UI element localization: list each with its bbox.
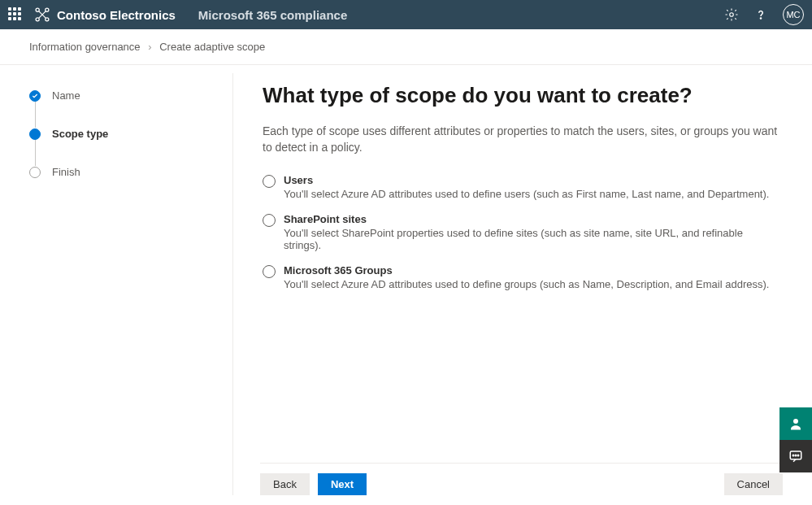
option-title: Microsoft 365 Groups	[284, 264, 769, 276]
option-title: SharePoint sites	[284, 213, 779, 225]
gear-icon[interactable]	[724, 7, 739, 22]
svg-point-1	[46, 8, 49, 11]
pending-step-dot-icon	[29, 167, 41, 178]
svg-point-6	[793, 419, 798, 424]
svg-point-10	[797, 455, 799, 456]
cancel-button[interactable]: Cancel	[724, 473, 783, 495]
person-icon	[788, 416, 803, 431]
svg-point-2	[36, 18, 39, 21]
step-label: Scope type	[52, 128, 108, 140]
option-sharepoint-sites[interactable]: SharePoint sites You'll select SharePoin…	[263, 213, 779, 251]
option-description: You'll select Azure AD attributes used t…	[284, 188, 769, 200]
svg-point-8	[792, 455, 794, 456]
page-description: Each type of scope uses different attrib…	[263, 123, 779, 156]
svg-point-0	[36, 8, 39, 11]
svg-point-9	[795, 455, 797, 456]
radio-icon	[263, 265, 276, 278]
wizard-footer: Back Next Cancel	[260, 463, 783, 495]
feedback-button[interactable]	[779, 407, 812, 440]
check-icon	[29, 90, 41, 102]
radio-icon	[263, 214, 276, 227]
step-label: Finish	[52, 166, 80, 178]
main-content: What type of scope do you want to create…	[233, 65, 812, 503]
avatar[interactable]: MC	[783, 4, 804, 25]
breadcrumb-current: Create adaptive scope	[159, 41, 265, 53]
app-launcher-icon[interactable]	[8, 7, 23, 22]
radio-icon	[263, 175, 276, 188]
svg-point-4	[730, 13, 734, 17]
option-title: Users	[284, 174, 769, 186]
top-bar: Contoso Electronics Microsoft 365 compli…	[0, 0, 812, 29]
option-description: You'll select Azure AD attributes used t…	[284, 278, 769, 290]
page-title: What type of scope do you want to create…	[263, 83, 779, 108]
chevron-right-icon: ›	[148, 41, 151, 53]
step-label: Name	[52, 89, 80, 102]
side-actions	[779, 407, 812, 472]
chat-icon	[788, 449, 803, 464]
help-icon[interactable]	[753, 7, 768, 22]
active-step-dot-icon	[29, 128, 41, 140]
next-button[interactable]: Next	[318, 473, 367, 495]
suite-name: Microsoft 365 compliance	[198, 8, 347, 22]
svg-point-3	[46, 18, 49, 21]
chat-button[interactable]	[779, 440, 812, 472]
company-name: Contoso Electronics	[57, 8, 176, 22]
option-users[interactable]: Users You'll select Azure AD attributes …	[263, 174, 779, 200]
brand-logo-icon	[34, 7, 50, 23]
option-m365-groups[interactable]: Microsoft 365 Groups You'll select Azure…	[263, 264, 779, 290]
svg-point-5	[760, 18, 761, 19]
back-button[interactable]: Back	[260, 473, 310, 495]
wizard-stepper: Name Scope type Finish	[0, 65, 232, 503]
step-name[interactable]: Name	[29, 89, 216, 128]
step-finish[interactable]: Finish	[29, 166, 216, 178]
breadcrumb: Information governance › Create adaptive…	[0, 29, 812, 65]
option-description: You'll select SharePoint properties used…	[284, 227, 779, 251]
breadcrumb-parent[interactable]: Information governance	[29, 41, 141, 53]
step-scope-type[interactable]: Scope type	[29, 128, 216, 166]
